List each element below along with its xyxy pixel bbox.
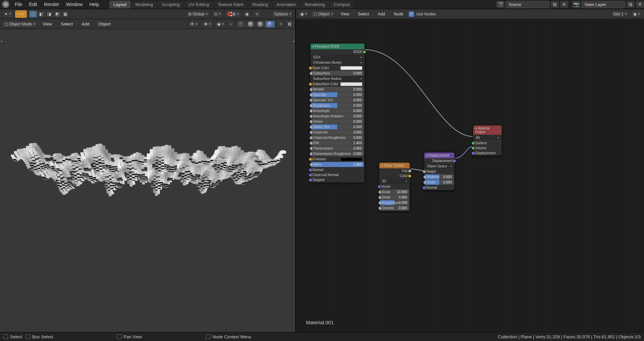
ne-node-menu[interactable]: Node [390,12,407,16]
shading-wireframe-icon[interactable] [236,20,246,28]
noise-scale[interactable]: Scale10.900 [380,189,409,194]
viewlayer-delete-icon[interactable]: ✕ [636,1,644,8]
bsdf-metallic[interactable]: Metallic0.000 [311,87,364,92]
editor-type-dropdown[interactable]: ✦ [2,10,13,18]
bsdf-anisotropic[interactable]: Anisotropic0.000 [311,108,364,113]
curve-icon[interactable]: ∿ [253,10,261,18]
tab-animation[interactable]: Animation [273,1,300,8]
bsdf-specular[interactable]: Specular0.500 [311,92,364,97]
ne-view-menu[interactable]: View [337,12,353,16]
node-object-dropdown[interactable]: ▢ Object [311,10,335,18]
vp-object-menu[interactable]: Object [95,21,114,26]
xray-icon[interactable]: ▫ [228,20,234,28]
node-noise-texture[interactable]: ▾ Noise Texture Fac Color 3D Vector Scal… [379,162,410,211]
node-canvas[interactable]: ▾ Principled BSDF BSDF GGX Christensen-B… [296,19,644,332]
menu-window[interactable]: Window [63,2,86,7]
bsdf-clearcoat-roughness[interactable]: Clearcoat Roughness0.030 [311,135,364,140]
bsdf-emission[interactable]: Emission [310,157,364,162]
viewlayer-new-icon[interactable]: ⧉ [627,1,635,8]
viewlayer-name-input[interactable] [582,1,625,8]
shading-matprev-icon[interactable] [255,20,265,28]
use-nodes-checkbox[interactable]: ✓ [409,11,414,17]
viewport-canvas[interactable]: ▸ ◂ [0,29,295,332]
select-tool-icon[interactable]: ▭↖ [15,10,27,18]
node-material-output[interactable]: ▾ Material Output All Surface Volume Dis… [473,125,502,156]
tab-rendering[interactable]: Rendering [301,1,329,8]
bsdf-distribution[interactable]: GGX [311,55,364,60]
bsdf-sheen[interactable]: Sheen0.000 [311,119,364,124]
scene-browse-icon[interactable]: 🎬 [496,1,504,8]
bsdf-tangent[interactable]: Tangent [310,177,364,182]
orientation-dropdown[interactable]: ⊕ Global [186,10,210,18]
tab-layout[interactable]: Layout [109,1,131,8]
bsdf-clearcoat-normal[interactable]: Clearcoat Normal [310,172,364,177]
vp-view-menu[interactable]: View [39,21,55,26]
bsdf-base-color[interactable]: Base Color [310,65,364,70]
material-pin-icon[interactable]: ◉ [631,10,642,18]
shading-rendered-icon[interactable] [265,20,275,28]
select-mode-2[interactable]: ◧ [37,10,45,18]
noise-distortio[interactable]: Distortio0.000 [380,206,409,211]
collapse-right-icon[interactable]: ◂ [293,39,294,43]
bsdf-clearcoat[interactable]: Clearcoat0.000 [311,130,364,135]
bsdf-transmission-roughness[interactable]: Transmission Roughness0.000 [311,151,364,156]
node-editor-type-dropdown[interactable]: ◉ [298,10,309,18]
output-target[interactable]: All [474,135,501,140]
noise-detail[interactable]: Detail2.000 [380,195,409,200]
bsdf-alpha[interactable]: Alpha1.000 [311,162,364,167]
menu-help[interactable]: Help [86,2,102,7]
tab-shading[interactable]: Shading [248,1,272,8]
select-mode-3[interactable]: ◨ [45,10,53,18]
tab-sculpting[interactable]: Sculpting [158,1,184,8]
menu-file[interactable]: File [11,2,26,7]
options-dropdown[interactable]: Options [272,10,293,18]
snap-dropdown[interactable]: 🧲⊞ [225,10,241,18]
overlay-dropdown[interactable]: ◉ [215,20,226,28]
noise-dim[interactable]: 3D [380,179,409,184]
node-header[interactable]: ▾ Principled BSDF [310,44,364,49]
tab-modeling[interactable]: Modeling [131,1,157,8]
shading-options-dropdown[interactable] [277,20,284,28]
bsdf-ior[interactable]: IOR1.450 [311,140,364,146]
tab-texturepaint[interactable]: Texture Paint [214,1,247,8]
noise-roughness[interactable]: Roughness0.500 [380,200,409,205]
node-principled-bsdf[interactable]: ▾ Principled BSDF BSDF GGX Christensen-B… [310,43,365,183]
disp-space[interactable]: Object Space [425,164,454,169]
bsdf-subsurface-color[interactable]: Subsurface Color [310,81,364,87]
menu-edit[interactable]: Edit [26,2,41,7]
visibility-dropdown[interactable]: 👁 [188,20,200,28]
node-header[interactable]: ▾ Noise Texture [379,163,410,168]
node-displacement[interactable]: ▾ Displacement Displacement Object Space… [424,152,455,190]
viewlayer-browse-icon[interactable]: 📷 [572,1,580,8]
pivot-dropdown[interactable]: ⊙ [212,10,223,18]
tab-uvediting[interactable]: UV Editing [185,1,213,8]
slot-dropdown[interactable]: Slot 1 [611,10,629,18]
menu-render[interactable]: Render [41,2,63,7]
scene-new-icon[interactable]: ⧉ [551,1,559,8]
ne-select-menu[interactable]: Select [354,12,372,16]
bsdf-transmission[interactable]: Transmission0.000 [311,146,364,151]
mode-dropdown[interactable]: ▢ Object Mode [2,20,37,28]
bsdf-sheen-tint[interactable]: Sheen Tint0.500 [311,124,364,129]
node-header[interactable]: ▾ Displacement [424,153,454,158]
disp-midlevel[interactable]: Midlevel0.500 [425,174,454,179]
bsdf-subsurface[interactable]: Subsurface0.000 [311,71,364,76]
tab-compositing[interactable]: Compos [330,1,354,8]
disp-scale[interactable]: Scale0.500 [425,180,454,185]
gizmo-dropdown[interactable]: ✥ [202,20,213,28]
select-mode-5[interactable]: ▦ [61,10,69,18]
ne-add-menu[interactable]: Add [375,12,388,16]
select-mode-4[interactable]: ◩ [53,10,61,18]
app-logo-icon[interactable] [2,1,9,8]
vp-select-menu[interactable]: Select [57,21,76,26]
bsdf-specular-tint[interactable]: Specular Tint0.000 [311,98,364,103]
bsdf-anisotropic-rotation[interactable]: Anisotropic Rotation0.000 [311,114,364,119]
bsdf-normal[interactable]: Normal [310,167,364,172]
vp-add-menu[interactable]: Add [78,21,93,26]
bsdf-roughness[interactable]: Roughness0.500 [311,103,364,108]
scene-name-input[interactable] [506,1,549,8]
node-header[interactable]: ▾ Material Output [473,125,502,135]
scene-delete-icon[interactable]: ✕ [560,1,568,8]
proportional-edit-icon[interactable]: ◉ [243,10,251,18]
bsdf-sss-method[interactable]: Christensen-Burley [311,60,364,65]
